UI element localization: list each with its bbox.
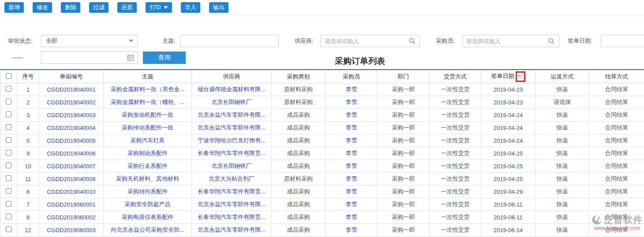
search-icon[interactable]	[548, 37, 555, 44]
cell-supplier-link[interactable]: 北京永益汽车零部件有限...	[198, 111, 266, 118]
cell-supplier-link[interactable]: 长春华翔汽车零件有限责...	[198, 214, 266, 220]
row-checkbox[interactable]	[6, 124, 11, 130]
cell-supplier: 北京永益汽车零部件有限...	[192, 224, 272, 237]
column-header-supplier[interactable]: 供应商	[192, 70, 272, 83]
cell-buyer: 李雪	[326, 160, 378, 173]
cell-supplier-link[interactable]: 长春华翔汽车零件有限责...	[198, 150, 266, 156]
cell-doc_no-link[interactable]: CGDD2019040005	[47, 137, 96, 144]
select-all-checkbox[interactable]	[6, 73, 11, 79]
column-header-sign_date[interactable]: 签单日期	[481, 70, 535, 83]
cell-supplier-link[interactable]: 北京长阳钢铁厂	[212, 163, 252, 169]
column-header-doc_no[interactable]: 单据编号	[39, 70, 104, 83]
cell-doc_no-link[interactable]: CGDD2019060003	[47, 227, 96, 233]
cell-doc_no-link[interactable]: CGDD2019040007	[47, 163, 96, 170]
cell-buyer-link[interactable]: 李雪	[346, 163, 357, 169]
cell-doc_no-link[interactable]: CGDD2019060001	[47, 201, 96, 208]
cell-subject-link[interactable]: 采购制动系配件	[127, 150, 168, 156]
cell-subject-link[interactable]: 采购无机材料、其他材料	[116, 175, 179, 182]
cell-subject-link[interactable]: 采购行走系配件	[127, 163, 168, 169]
cell-serial: 12	[17, 224, 39, 237]
cell-supplier-link[interactable]: 烟台盛伟德金属材料有限...	[198, 86, 266, 93]
cell-doc_no-link[interactable]: CGDD2019040001	[47, 86, 96, 93]
restore-button[interactable]: 还原	[117, 2, 137, 13]
row-select-cell	[0, 109, 17, 122]
buyer-input[interactable]	[462, 35, 559, 47]
row-checkbox[interactable]	[6, 175, 11, 181]
row-checkbox[interactable]	[6, 111, 11, 117]
row-checkbox[interactable]	[6, 137, 11, 143]
cell-subject-link[interactable]: 采购发动机配件一批	[122, 111, 173, 118]
row-checkbox[interactable]	[6, 201, 11, 207]
row-checkbox[interactable]	[6, 214, 11, 219]
export-button[interactable]: 输出	[209, 2, 228, 13]
cell-buyer-link[interactable]: 李雪	[346, 214, 357, 220]
approval-status-select[interactable]: 全部	[41, 35, 138, 47]
column-header-buyer[interactable]: 采购员	[326, 70, 378, 83]
cell-supplier-link[interactable]: 北京永益汽车零部件有限...	[198, 226, 266, 233]
cell-supplier-link[interactable]: 北京永益汽车零部件有限...	[198, 201, 266, 207]
cell-category: 成品采购	[272, 224, 326, 237]
cell-buyer-link[interactable]: 李雪	[346, 150, 357, 156]
column-header-settlement[interactable]: 结算方式	[589, 70, 644, 83]
search-icon[interactable]	[408, 37, 416, 44]
cell-subject-link[interactable]: 向北京永益公司采购安全防...	[111, 226, 184, 233]
column-header-delivery[interactable]: 交货方式	[430, 70, 481, 83]
table-row: 5CGDD2019040005采购汽车灯具宁波华翔哈尔巴克灯饰有...成品采购李…	[0, 134, 644, 147]
import-button[interactable]: 导入	[181, 2, 200, 13]
row-checkbox[interactable]	[6, 163, 11, 168]
supplier-input[interactable]	[321, 35, 420, 47]
sort-icon[interactable]	[517, 74, 523, 79]
cell-doc_no-link[interactable]: CGDD2019040008	[47, 176, 96, 182]
cell-buyer-link[interactable]: 李雪	[346, 137, 357, 144]
cell-buyer-link[interactable]: 李雪	[346, 111, 357, 118]
cell-doc_no-link[interactable]: CGDD2019040002	[47, 99, 96, 106]
cell-subject-link[interactable]: 采购汽车灯具	[131, 137, 165, 144]
sign-date-start-input[interactable]	[601, 35, 644, 47]
cell-sign_date: 2019-04-23	[481, 96, 535, 109]
cell-subject-link[interactable]: 采购传动系配件一批	[122, 124, 173, 131]
cell-buyer: 李雪	[326, 134, 378, 147]
print-button[interactable]: 打印	[146, 2, 172, 13]
cell-doc_no-link[interactable]: CGDD2019040010	[47, 189, 96, 195]
cell-buyer-link[interactable]: 李雪	[346, 175, 357, 182]
row-checkbox[interactable]	[6, 150, 11, 156]
cell-buyer-link[interactable]: 李雪	[346, 99, 357, 105]
cell-doc_no-link[interactable]: CGDD2019040006	[47, 150, 96, 157]
column-header-department[interactable]: 部门	[378, 70, 430, 83]
subject-input[interactable]	[180, 35, 279, 47]
row-checkbox[interactable]	[6, 188, 11, 194]
cell-buyer-link[interactable]: 李雪	[346, 201, 357, 207]
cell-subject-link[interactable]: 采购电器仪表系配件	[122, 214, 173, 220]
cell-subject-link[interactable]: 采购转向系配件	[127, 188, 168, 195]
cell-buyer-link[interactable]: 李雪	[346, 226, 357, 233]
cell-buyer-link[interactable]: 李雪	[346, 86, 357, 93]
column-header-serial[interactable]: 序号	[17, 70, 39, 83]
cell-buyer: 李雪	[326, 185, 378, 198]
cell-supplier-link[interactable]: 北京长阳钢铁厂	[212, 99, 252, 105]
cell-department: 采购一部	[378, 173, 430, 185]
cell-doc_no-link[interactable]: CGDD2019040003	[47, 112, 96, 118]
edit-button[interactable]: 修改	[33, 2, 52, 13]
cell-transport: 快递	[535, 134, 589, 147]
row-checkbox[interactable]	[6, 226, 11, 232]
delete-button[interactable]: 删除	[61, 2, 80, 13]
row-checkbox[interactable]	[6, 86, 11, 92]
cell-buyer-link[interactable]: 李雪	[346, 124, 357, 131]
cell-doc_no-link[interactable]: CGDD2019060002	[47, 214, 96, 221]
cell-supplier-link[interactable]: 北京大兴粘合剂厂	[209, 175, 255, 182]
column-header-subject[interactable]: 主题	[104, 70, 192, 83]
cell-supplier-link[interactable]: 长春华翔汽车零件有限责...	[198, 188, 266, 195]
cell-supplier-link[interactable]: 宁波华翔哈尔巴克灯饰有...	[198, 137, 266, 144]
cell-buyer-link[interactable]: 李雪	[346, 188, 357, 195]
row-checkbox[interactable]	[6, 99, 11, 104]
column-header-category[interactable]: 采购类别	[272, 70, 326, 83]
cell-subject-link[interactable]: 采购安全防盗产品	[125, 201, 171, 207]
add-button[interactable]: 新增	[4, 2, 24, 13]
cell-buyer: 李雪	[326, 224, 378, 237]
cell-subject-link[interactable]: 采购金属材料一批（黑色金...	[111, 86, 184, 93]
cell-supplier-link[interactable]: 北京永益汽车零部件有限...	[198, 124, 266, 131]
filter-button[interactable]: 过滤	[89, 2, 109, 13]
cell-subject-link[interactable]: 采购金属材料一批（螺栓、...	[111, 99, 184, 105]
column-header-transport[interactable]: 运送方式	[535, 70, 589, 83]
cell-doc_no-link[interactable]: CGDD2019040004	[47, 125, 96, 131]
